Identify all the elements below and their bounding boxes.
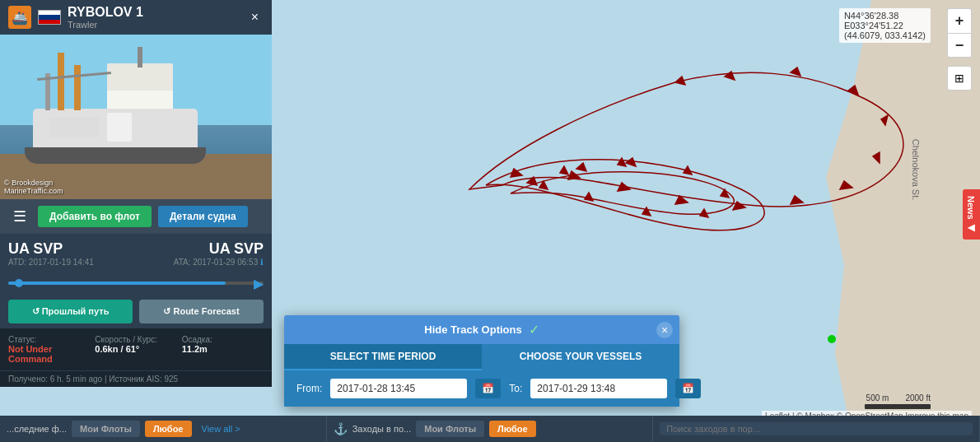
svg-marker-12 [675,196,688,204]
tab-select-time-period[interactable]: SELECT TIME PERIOD [284,344,482,370]
bottom-section-1: ...следние ф... Мои Флоты Любое View all… [0,416,327,442]
bottom-tab-my-fleets-1[interactable]: Мои Флоты [72,421,140,437]
from-calendar-button[interactable]: 📅 [475,379,501,398]
vessel-name-block: RYBOLOV 1 Trawler [68,5,246,30]
ship-hull [33,109,198,154]
info-icon: ℹ [260,258,264,267]
draft-value: 11.2m [182,344,264,354]
speed-col: Скорость / Курс: 0.6kn / 61° [95,335,176,364]
route-forecast-button[interactable]: ↺ Route Forecast [139,300,264,323]
from-input[interactable] [330,379,467,398]
departure-port: UA SVP ATD: 2017-01-19 14:41 [8,240,132,267]
vessel-image: © Brookdesign MarineTraffic.com [0,35,272,199]
vessel-header: 🚢 RYBOLOV 1 Trawler × [0,0,272,35]
bottom-bar: ...следние ф... Мои Флоты Любое View all… [0,416,980,442]
map-layer-button[interactable]: ⊞ [947,66,972,91]
view-all-button[interactable]: View all > [197,424,245,434]
port-search-input[interactable] [660,422,973,435]
svg-marker-4 [725,72,735,80]
arrival-ata: ATA: 2017-01-29 06:53 ℹ [140,258,264,267]
ship-crane-2 [74,65,81,110]
from-label: From: [296,383,322,394]
vessel-details-button[interactable]: Детали судна [158,206,248,227]
track-options-body: From: 📅 To: 📅 [284,370,679,407]
track-options-close-button[interactable]: × [656,322,673,338]
timeline-arrow: ▶ [254,276,264,291]
svg-marker-13 [618,183,630,191]
svg-marker-22 [585,193,593,201]
zoom-in-button[interactable]: + [947,8,972,33]
svg-marker-18 [684,166,692,174]
action-section: ↺ Прошлый путь ↺ Route Forecast [0,295,272,328]
svg-marker-10 [791,196,803,204]
vessel-panel: 🚢 RYBOLOV 1 Trawler × © Brookde [0,0,272,387]
add-fleet-button[interactable]: Добавить во флот [38,206,152,227]
track-options-tabs: SELECT TIME PERIOD CHOOSE YOUR VESSELS [284,344,679,370]
bottom-section-2-label: Заходы в по... [352,424,412,434]
svg-marker-14 [568,171,580,179]
ports-section: UA SVP ATD: 2017-01-19 14:41 UA SVP ATA:… [0,234,272,273]
speed-label: Скорость / Курс: [95,335,176,344]
to-label: To: [509,383,522,394]
svg-marker-0 [527,177,537,185]
scale-bar: 500 m 2000 ft [865,393,931,409]
news-tab[interactable]: News ◀ [963,189,980,240]
svg-marker-1 [576,163,586,171]
track-options-panel: Hide Track Options ✓ × SELECT TIME PERIO… [284,315,679,407]
draft-col: Осадка: 11.2m [182,335,264,364]
timeline-start-dot [15,279,23,287]
anchor-icon: ⚓ [334,422,348,435]
menu-button[interactable]: ☰ [8,206,31,227]
bottom-tab-any-1[interactable]: Любое [145,421,192,437]
panel-close-button[interactable]: × [246,8,264,26]
bottom-section-2: ⚓ Заходы в по... Мои Флоты Любое [327,416,654,442]
tab-choose-vessels[interactable]: CHOOSE YOUR VESSELS [482,344,679,370]
departure-code: UA SVP [8,240,132,258]
street-label: Chelnokova St. [912,139,922,201]
vessel-flag [38,10,61,25]
vessel-name: RYBOLOV 1 [68,5,246,20]
zoom-out-button[interactable]: − [947,33,972,58]
arrival-code: UA SVP [140,240,264,258]
timeline-track: ▶ [8,281,264,285]
timeline-progress [8,281,226,285]
svg-marker-19 [721,189,729,198]
bottom-section-1-label: ...следние ф... [7,424,67,434]
svg-marker-2 [626,158,636,166]
svg-marker-21 [642,207,651,216]
vessel-position-dot [828,335,836,343]
ship-superstructure [107,63,173,109]
layer-icon: ⊞ [954,72,964,85]
timeline-section: ▶ [0,273,272,295]
svg-marker-11 [733,202,745,210]
ship-scene [0,35,272,199]
track-options-header: Hide Track Options ✓ × [284,315,679,344]
vessel-type: Trawler [68,20,246,30]
status-value: Not Under Command [8,344,90,364]
bottom-tab-my-fleets-2[interactable]: Мои Флоты [416,421,484,437]
svg-marker-5 [791,67,800,76]
ship-crane-1 [58,53,64,110]
track-options-title: Hide Track Options [424,323,521,336]
svg-marker-16 [560,166,568,174]
draft-label: Осадка: [182,335,264,344]
speed-value: 0.6kn / 61° [95,344,176,354]
track-checkmark: ✓ [529,322,539,337]
svg-marker-20 [700,209,708,217]
status-section: Статус: Not Under Command Скорость / Кур… [0,328,272,370]
status-label: Статус: [8,335,90,344]
svg-marker-17 [618,158,626,166]
vessel-type-icon: 🚢 [8,6,31,29]
status-col: Статус: Not Under Command [8,335,90,364]
past-track-button[interactable]: ↺ Прошлый путь [8,300,133,323]
last-received: Получено: 6 h. 5 min ago | Источник AIS:… [0,370,272,387]
to-calendar-button[interactable]: 📅 [675,379,701,398]
to-input[interactable] [530,379,667,398]
bottom-tab-any-2[interactable]: Любое [489,421,536,437]
zoom-controls: + − [947,8,972,58]
track-form-row: From: 📅 To: 📅 [296,379,667,398]
svg-marker-23 [539,181,548,189]
map-coordinates: N44°36'28.38 E033°24'51.22 (44.6079, 033… [839,8,931,43]
svg-marker-15 [511,169,522,177]
bottom-section-3 [653,416,980,442]
